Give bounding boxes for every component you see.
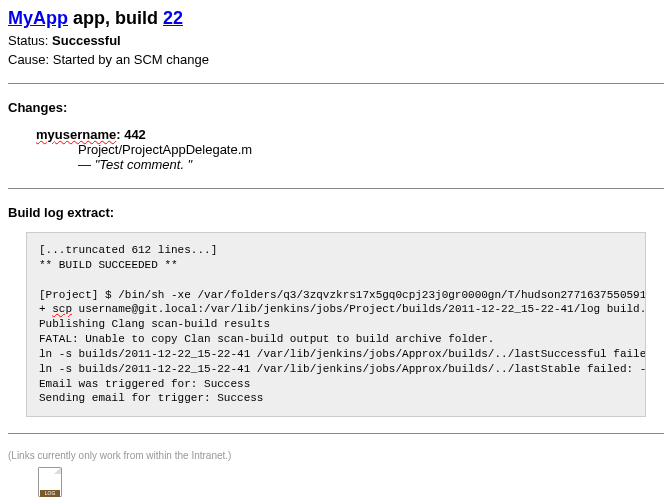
status-value: Successful (52, 33, 121, 48)
cause-value: Started by an SCM change (53, 52, 209, 67)
comment-text: "Test comment. " (95, 157, 193, 172)
log-line: [...truncated 612 lines...] (39, 244, 217, 256)
cause-label: Cause: (8, 52, 53, 67)
change-file: Project/ProjectAppDelegate.m (78, 142, 664, 157)
buildlog-title: Build log extract: (8, 205, 664, 220)
change-user-part1: my (36, 127, 55, 142)
divider (8, 83, 664, 84)
status-line: Status: Successful (8, 33, 664, 48)
attachment[interactable]: LOG (36, 467, 664, 499)
divider (8, 433, 664, 434)
log-line: FATAL: Unable to copy Clan scan-build ou… (39, 333, 494, 345)
log-line: Sending email for trigger: Success (39, 392, 263, 404)
changes-title: Changes: (8, 100, 664, 115)
build-log-box: [...truncated 612 lines...] ** BUILD SUC… (26, 232, 646, 417)
cause-line: Cause: Started by an SCM change (8, 52, 664, 67)
log-line: Publishing Clang scan-build results (39, 318, 270, 330)
log-line: Email was triggered for: Success (39, 378, 250, 390)
log-line-scp: scp (52, 303, 72, 315)
divider (8, 188, 664, 189)
comment-dash: — (78, 157, 95, 172)
change-comment: — "Test comment. " (78, 157, 664, 172)
change-revision: : 442 (116, 127, 146, 142)
file-icon: LOG (36, 467, 64, 499)
build-link[interactable]: 22 (163, 8, 183, 28)
change-user: myusername: 442 (36, 127, 664, 142)
app-link[interactable]: MyApp (8, 8, 68, 28)
log-line: + (39, 303, 52, 315)
page-title: MyApp app, build 22 (8, 8, 664, 29)
status-label: Status: (8, 33, 52, 48)
log-line: username@git.local:/var/lib/jenkins/jobs… (72, 303, 646, 315)
log-line: ln -s builds/2011-12-22_15-22-41 /var/li… (39, 363, 646, 375)
footer-note: (Links currently only work from within t… (8, 450, 664, 461)
change-item: myusername: 442 Project/ProjectAppDelega… (36, 127, 664, 172)
app-word: app, build (68, 8, 163, 28)
log-line: [Project] $ /bin/sh -xe /var/folders/q3/… (39, 289, 646, 301)
log-line: ** BUILD SUCCEEDED ** (39, 259, 178, 271)
log-line: ln -s builds/2011-12-22_15-22-41 /var/li… (39, 348, 646, 360)
change-user-part2: username (55, 127, 116, 142)
